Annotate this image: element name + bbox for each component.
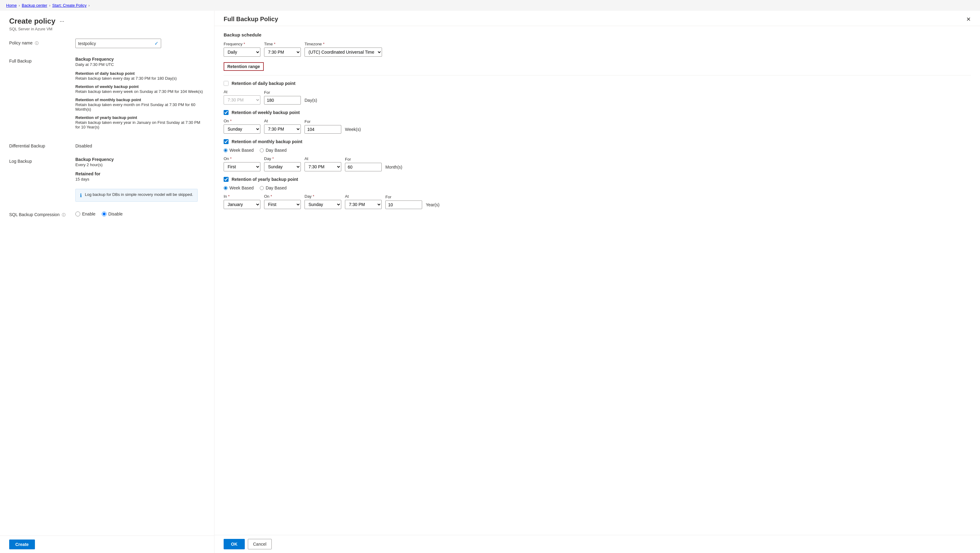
time-label: Time *: [264, 42, 301, 46]
yearly-unit: Year(s): [426, 202, 440, 209]
yearly-day-select[interactable]: Sunday Monday Tuesday Wednesday Thursday…: [304, 200, 341, 209]
daily-for-input[interactable]: [264, 96, 301, 105]
yearly-day-based-radio[interactable]: [260, 186, 264, 190]
daily-for-field: For: [264, 90, 301, 105]
monthly-for-input[interactable]: [345, 163, 382, 171]
yearly-day-field: Day * Sunday Monday Tuesday Wednesday Th…: [304, 194, 341, 209]
yearly-fields: In * January February March April May Ju…: [224, 194, 971, 209]
enable-option[interactable]: Enable: [75, 212, 95, 217]
yearly-radio-options: Week Based Day Based: [224, 185, 971, 190]
monthly-week-based-radio[interactable]: [224, 148, 228, 152]
breadcrumb-backup-center[interactable]: Backup center: [22, 3, 47, 8]
frequency-label: Frequency *: [224, 42, 260, 46]
monthly-day-field: Day * Sunday Monday Tuesday Wednesday Th…: [264, 156, 301, 171]
info-text: Log backup for DBs in simple recovery mo…: [85, 192, 193, 197]
monthly-on-field: On * First Second Third Fourth Last: [224, 156, 260, 171]
daily-checkbox[interactable]: [224, 81, 229, 86]
monthly-day-based-option[interactable]: Day Based: [260, 148, 286, 153]
yearly-on-select[interactable]: First Second Third Fourth Last: [264, 200, 301, 209]
yearly-in-label: In *: [224, 194, 260, 199]
retention-daily-desc: Retain backup taken every day at 7:30 PM…: [75, 76, 205, 81]
retention-divider: [224, 75, 971, 75]
monthly-at-select[interactable]: 7:30 PM: [304, 162, 341, 171]
differential-backup-label: Differential Backup: [9, 142, 70, 148]
yearly-week-based-option[interactable]: Week Based: [224, 185, 254, 190]
retention-weekly-item: Retention of weekly backup point Retain …: [75, 84, 205, 94]
enable-radio[interactable]: [75, 212, 80, 217]
monthly-at-label: At: [304, 156, 341, 161]
compression-row: SQL Backup Compression ⓘ Enable Disable: [9, 210, 205, 218]
daily-unit: Day(s): [304, 98, 317, 105]
yearly-for-field: For: [385, 194, 422, 209]
monthly-checkbox[interactable]: [224, 139, 229, 144]
right-content: Backup schedule Frequency * Daily Weekly…: [215, 26, 980, 535]
right-bottom-bar: OK Cancel: [215, 535, 980, 553]
daily-at-select[interactable]: 7:30 PM: [224, 95, 260, 105]
weekly-for-input[interactable]: [304, 125, 341, 134]
ok-button[interactable]: OK: [224, 539, 245, 549]
breadcrumb: Home › Backup center › Start: Create Pol…: [0, 0, 980, 11]
monthly-on-label: On *: [224, 156, 260, 161]
yearly-week-based-radio[interactable]: [224, 186, 228, 190]
retention-daily-item: Retention of daily backup point Retain b…: [75, 71, 205, 81]
breadcrumb-create-policy[interactable]: Start: Create Policy: [52, 3, 86, 8]
retention-weekly-desc: Retain backup taken every week on Sunday…: [75, 89, 205, 94]
weekly-on-select[interactable]: Sunday Monday Tuesday Wednesday Thursday…: [224, 124, 260, 134]
yearly-for-label: For: [385, 194, 422, 199]
monthly-day-select[interactable]: Sunday Monday Tuesday Wednesday Thursday…: [264, 162, 301, 171]
full-backup-label: Full Backup: [9, 57, 70, 64]
yearly-retention-header: Retention of yearly backup point: [224, 177, 971, 182]
compression-info-icon: ⓘ: [62, 213, 65, 217]
backup-frequency-title: Backup Frequency: [75, 57, 205, 62]
schedule-fields: Frequency * Daily Weekly Time * 7:30 PM: [224, 42, 971, 57]
yearly-day-based-option[interactable]: Day Based: [260, 185, 286, 190]
monthly-on-select[interactable]: First Second Third Fourth Last: [224, 162, 260, 171]
time-field: Time * 7:30 PM: [264, 42, 301, 57]
weekly-unit: Week(s): [345, 127, 361, 134]
monthly-radio-options: Week Based Day Based: [224, 148, 971, 153]
schedule-title: Backup schedule: [224, 32, 971, 37]
policy-name-label: Policy name ⓘ: [9, 38, 70, 46]
yearly-on-label: On *: [264, 194, 301, 199]
close-button[interactable]: ✕: [966, 16, 971, 23]
frequency-field: Frequency * Daily Weekly: [224, 42, 260, 57]
disable-radio[interactable]: [102, 212, 107, 217]
time-select[interactable]: 7:30 PM: [264, 48, 301, 57]
yearly-checkbox[interactable]: [224, 177, 229, 182]
create-button[interactable]: Create: [9, 540, 35, 549]
weekly-checkbox[interactable]: [224, 110, 229, 115]
frequency-select[interactable]: Daily Weekly: [224, 48, 260, 57]
yearly-in-select[interactable]: January February March April May June Ju…: [224, 200, 260, 209]
disable-option[interactable]: Disable: [102, 212, 123, 217]
log-retained-title: Retained for: [75, 171, 197, 176]
monthly-day-based-radio[interactable]: [260, 148, 264, 152]
breadcrumb-home[interactable]: Home: [6, 3, 17, 8]
weekly-at-select[interactable]: 7:30 PM: [264, 124, 301, 134]
log-freq-value: Every 2 hour(s): [75, 163, 197, 167]
retention-range-label: Retention range: [224, 62, 264, 71]
log-backup-label: Log Backup: [9, 157, 70, 164]
full-backup-row: Full Backup Backup Frequency Daily at 7:…: [9, 57, 205, 133]
weekly-at-field: At 7:30 PM: [264, 119, 301, 134]
retention-weekly-title: Retention of weekly backup point: [75, 84, 205, 89]
monthly-day-label: Day *: [264, 156, 301, 161]
compression-label: SQL Backup Compression ⓘ: [9, 210, 70, 218]
right-panel: Full Backup Policy ✕ Backup schedule Fre…: [215, 11, 980, 553]
monthly-retention-header: Retention of monthly backup point: [224, 139, 971, 144]
policy-name-input[interactable]: testpolicy ✓: [75, 38, 161, 48]
yearly-at-select[interactable]: 7:30 PM: [345, 200, 382, 209]
ellipsis-button[interactable]: ···: [58, 18, 66, 25]
retention-yearly-desc: Retain backup taken every year in Januar…: [75, 120, 205, 129]
timezone-select[interactable]: (UTC) Coordinated Universal Time: [304, 48, 382, 57]
differential-backup-value: Disabled: [75, 142, 92, 148]
timezone-label: Timezone *: [304, 42, 382, 46]
monthly-for-field: For: [345, 157, 382, 171]
yearly-in-field: In * January February March April May Ju…: [224, 194, 260, 209]
monthly-week-based-option[interactable]: Week Based: [224, 148, 254, 153]
policy-name-info-icon: ⓘ: [35, 41, 38, 45]
yearly-for-input[interactable]: [385, 201, 422, 209]
monthly-retention-section: Retention of monthly backup point Week B…: [224, 139, 971, 171]
cancel-button[interactable]: Cancel: [248, 539, 272, 549]
compression-options: Enable Disable: [75, 210, 123, 217]
weekly-fields: On * Sunday Monday Tuesday Wednesday Thu…: [224, 119, 971, 134]
